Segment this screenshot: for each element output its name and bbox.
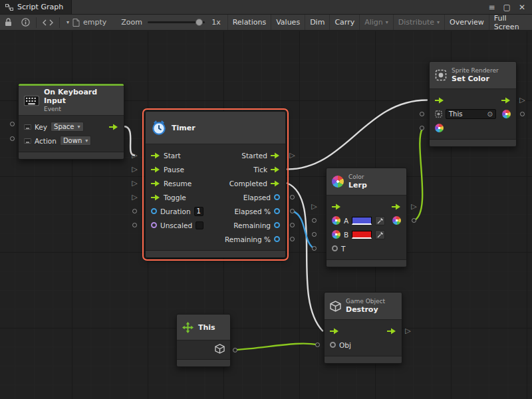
ext-port-circle[interactable]	[290, 195, 295, 200]
value-input-port[interactable]	[332, 245, 338, 251]
node-color-lerp[interactable]: Color Lerp A	[326, 168, 407, 267]
color-swatch-b[interactable]	[352, 231, 372, 239]
values-button[interactable]: Values	[271, 15, 305, 30]
color-swatch-a[interactable]	[352, 217, 372, 225]
ext-port-circle[interactable]	[312, 218, 317, 223]
fullscreen-button[interactable]: Full Screen	[489, 15, 532, 30]
tab-script-graph[interactable]: Script Graph	[0, 0, 72, 14]
value-input-port[interactable]	[151, 208, 157, 214]
graph-canvas[interactable]: On Keyboard Input Event Key Space ▾	[0, 31, 532, 399]
flow-input-port[interactable]	[151, 180, 160, 187]
flow-input-port[interactable]	[151, 194, 160, 201]
zoom-label: Zoom	[121, 18, 142, 27]
key-label: Key	[35, 123, 47, 131]
lock-icon[interactable]	[0, 15, 17, 30]
ext-port-circle[interactable]	[315, 342, 320, 347]
node-destroy[interactable]: Game Object Destroy Obj	[324, 292, 402, 364]
flow-input-port[interactable]	[435, 97, 444, 104]
flow-input-port[interactable]	[151, 152, 160, 159]
duration-input[interactable]: 1	[194, 207, 203, 216]
wire-this-to-destroy-obj[interactable]	[235, 344, 317, 350]
carry-button[interactable]: Carry	[329, 15, 359, 30]
code-collapse-icon[interactable]	[38, 15, 58, 30]
ext-port-circle[interactable]	[132, 223, 137, 227]
eyedropper-button[interactable]	[375, 230, 385, 239]
flow-output-port[interactable]	[271, 180, 280, 187]
align-dropdown[interactable]: Align ▾	[359, 15, 393, 30]
ext-port-circle[interactable]	[290, 223, 295, 227]
value-input-port[interactable]	[330, 342, 336, 348]
overview-button[interactable]: Overview	[444, 15, 489, 30]
flow-output-port[interactable]	[271, 166, 280, 173]
flow-input-port[interactable]	[151, 166, 160, 173]
ext-port-triangle[interactable]: ▷	[311, 203, 318, 211]
zoom-slider-knob[interactable]	[196, 19, 203, 26]
ext-port-circle[interactable]	[312, 246, 317, 251]
object-picker-icon[interactable]: ⊙	[487, 111, 493, 118]
ext-port-circle[interactable]	[290, 237, 295, 241]
relations-button[interactable]: Relations	[227, 15, 271, 30]
output-row	[177, 340, 230, 354]
flow-output-port[interactable]	[109, 124, 118, 130]
ext-port-triangle[interactable]: ▷	[289, 152, 296, 160]
key-dropdown[interactable]: Space ▾	[51, 122, 84, 132]
gameobject-cube-port[interactable]	[215, 344, 225, 354]
ext-port-circle[interactable]	[312, 232, 317, 237]
node-on-keyboard-input[interactable]: On Keyboard Input Event Key Space ▾	[18, 83, 124, 160]
flow-output-port[interactable]	[387, 328, 396, 334]
ext-port-triangle[interactable]: ▷	[519, 96, 526, 104]
ext-port-circle[interactable]	[10, 136, 15, 141]
node-this[interactable]: This	[176, 314, 231, 367]
wire-elapsed-pct-to-lerp-t[interactable]	[293, 211, 314, 249]
flow-output-port[interactable]	[271, 152, 280, 159]
color-output-port[interactable]	[502, 110, 511, 118]
flow-input-port[interactable]	[332, 203, 341, 210]
ext-port-circle[interactable]	[290, 209, 295, 213]
port-row-remaining-pct: Remaining %	[225, 232, 280, 246]
color-port-icon[interactable]	[332, 230, 340, 239]
ext-port-circle[interactable]	[420, 126, 424, 130]
graph-selector[interactable]: ▾ empty	[61, 18, 112, 27]
ext-port-triangle[interactable]: ▷	[404, 327, 412, 335]
close-icon[interactable]: ✕	[519, 3, 525, 12]
value-output-port[interactable]	[274, 194, 280, 200]
maximize-icon[interactable]: ▢	[503, 3, 511, 12]
color-output-port[interactable]	[392, 216, 401, 225]
ext-port-circle[interactable]	[233, 348, 237, 352]
ext-port-circle[interactable]	[132, 209, 137, 213]
window-menu-icon[interactable]: ≡	[489, 3, 495, 12]
node-timer[interactable]: Timer Start Pause	[145, 111, 286, 258]
ext-port-circle[interactable]	[10, 122, 15, 126]
ext-port-triangle[interactable]: ▷	[410, 203, 418, 211]
node-set-color[interactable]: Sprite Renderer Set Color	[429, 61, 517, 147]
flow-input-port[interactable]	[330, 328, 339, 334]
ext-port-circle[interactable]	[412, 218, 416, 223]
value-output-port[interactable]	[274, 236, 280, 242]
color-input-port[interactable]	[435, 124, 444, 132]
wire-timer-tick-to-setcolor[interactable]	[287, 100, 427, 170]
zoom-slider[interactable]	[148, 21, 205, 23]
ext-port-triangle[interactable]: ▷	[131, 152, 138, 160]
unscaled-checkbox[interactable]	[196, 221, 203, 229]
dim-button[interactable]: Dim	[305, 15, 329, 30]
value-output-port[interactable]	[274, 208, 280, 214]
chevron-down-icon: ▾	[78, 124, 80, 130]
info-icon[interactable]	[17, 15, 35, 30]
value-input-port[interactable]	[151, 222, 157, 228]
action-dropdown[interactable]: Down ▾	[60, 136, 91, 146]
ext-port-circle[interactable]	[520, 112, 525, 116]
color-port-icon[interactable]	[332, 216, 340, 225]
flow-output-port[interactable]	[392, 203, 401, 210]
ext-port-triangle[interactable]: ▷	[131, 194, 138, 201]
ext-port-triangle[interactable]: ▷	[131, 166, 138, 174]
port-row-remaining: Remaining	[225, 218, 280, 232]
window-controls: ≡ ▢ ✕	[489, 0, 532, 14]
port-row-a: A	[332, 213, 401, 227]
value-output-port[interactable]	[274, 222, 280, 228]
flow-output-port[interactable]	[501, 97, 511, 104]
target-object-field[interactable]: This ⊙	[446, 109, 496, 119]
ext-port-circle[interactable]	[420, 112, 424, 116]
eyedropper-button[interactable]	[375, 216, 385, 225]
ext-port-triangle[interactable]: ▷	[131, 180, 138, 188]
distribute-dropdown[interactable]: Distribute ▾	[393, 15, 444, 30]
